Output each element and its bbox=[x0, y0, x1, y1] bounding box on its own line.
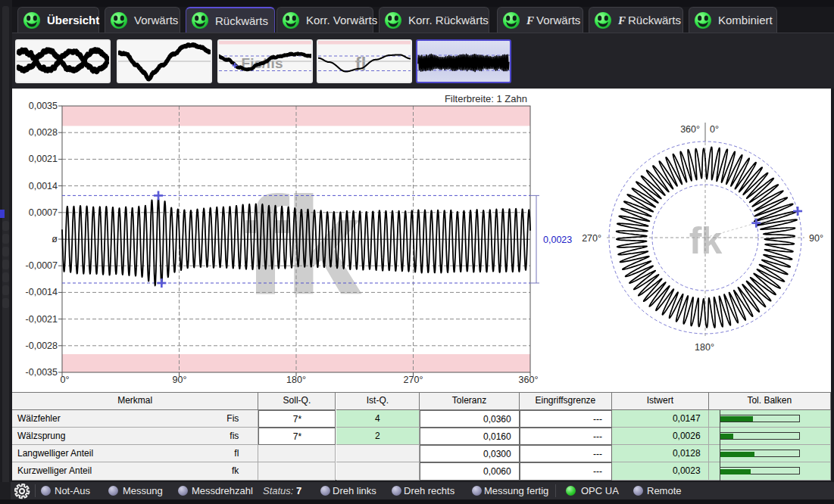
svg-text:0°: 0° bbox=[61, 375, 70, 385]
svg-text:0,0028: 0,0028 bbox=[29, 127, 58, 138]
svg-text:270°: 270° bbox=[582, 233, 601, 244]
svg-text:-0,0014: -0,0014 bbox=[26, 287, 58, 297]
svg-text:0,0021: 0,0021 bbox=[29, 154, 58, 164]
svg-text:0,0035: 0,0035 bbox=[29, 101, 58, 111]
svg-text:0°: 0° bbox=[710, 124, 719, 135]
svg-text:270°: 270° bbox=[404, 375, 423, 385]
svg-text:fk: fk bbox=[689, 219, 723, 262]
svg-text:Filterbreite: 1 Zahn: Filterbreite: 1 Zahn bbox=[445, 93, 527, 104]
svg-text:0,0007: 0,0007 bbox=[29, 207, 58, 218]
svg-text:180°: 180° bbox=[286, 375, 306, 385]
svg-text:0,0023: 0,0023 bbox=[543, 235, 572, 245]
svg-text:-0,0035: -0,0035 bbox=[26, 367, 58, 378]
svg-text:ø: ø bbox=[52, 234, 58, 244]
svg-text:-0,0021: -0,0021 bbox=[26, 314, 58, 325]
svg-text:180°: 180° bbox=[695, 342, 714, 353]
svg-text:360°: 360° bbox=[519, 375, 539, 385]
svg-text:-0,0028: -0,0028 bbox=[26, 341, 58, 351]
svg-text:-0,0007: -0,0007 bbox=[26, 260, 58, 271]
svg-text:90°: 90° bbox=[173, 375, 187, 385]
svg-text:90°: 90° bbox=[809, 233, 823, 244]
svg-text:360°: 360° bbox=[680, 124, 700, 135]
svg-text:0,0014: 0,0014 bbox=[29, 181, 58, 191]
